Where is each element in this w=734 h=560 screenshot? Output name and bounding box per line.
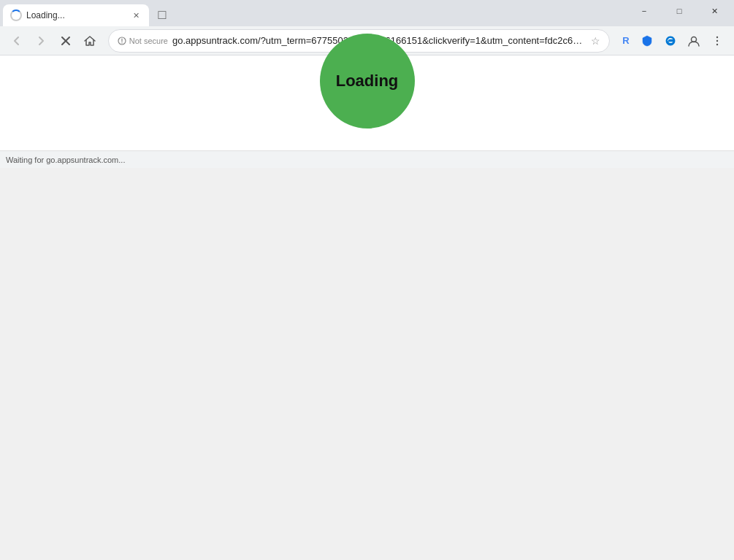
- active-tab[interactable]: Loading... ✕: [3, 4, 149, 26]
- loading-text: Loading: [336, 72, 399, 91]
- stop-icon: [61, 36, 71, 46]
- status-bar: Waiting for go.appsuntrack.com...: [0, 150, 734, 168]
- maximize-button[interactable]: □: [662, 0, 696, 22]
- title-bar: Loading... ✕ □ − □ ✕: [0, 0, 734, 26]
- back-button[interactable]: [6, 30, 27, 52]
- not-secure-icon: [118, 37, 126, 45]
- tab-loading-spinner: [10, 9, 22, 21]
- tab-close-button[interactable]: ✕: [130, 9, 142, 21]
- window-controls: − □ ✕: [627, 0, 731, 26]
- raptor-extension-button[interactable]: R: [617, 32, 635, 50]
- shield-extension-button[interactable]: [636, 30, 658, 52]
- tab-title: Loading...: [26, 10, 126, 20]
- account-icon: [687, 34, 700, 47]
- minimize-button[interactable]: −: [627, 0, 661, 22]
- edge-extension-icon: [665, 35, 676, 47]
- menu-icon: [711, 35, 723, 47]
- svg-point-7: [716, 39, 718, 41]
- bookmark-button[interactable]: ☆: [591, 35, 600, 47]
- shield-icon: [641, 35, 653, 47]
- menu-button[interactable]: [706, 30, 728, 52]
- raptor-icon: R: [622, 35, 629, 46]
- security-text: Not secure: [129, 37, 168, 45]
- forward-icon: [36, 36, 46, 46]
- svg-point-4: [121, 42, 122, 43]
- page-content: Loading: [0, 55, 734, 150]
- toolbar-actions: R: [617, 30, 728, 52]
- tab-strip: Loading... ✕ □: [3, 0, 627, 26]
- back-icon: [12, 36, 22, 46]
- forward-button[interactable]: [30, 30, 51, 52]
- loading-circle: Loading: [320, 34, 415, 129]
- home-button[interactable]: [79, 30, 100, 52]
- home-icon: [84, 35, 96, 47]
- account-button[interactable]: [683, 30, 705, 52]
- status-text: Waiting for go.appsuntrack.com...: [6, 156, 125, 164]
- stop-button[interactable]: [55, 30, 76, 52]
- svg-point-6: [716, 36, 718, 37]
- svg-point-8: [716, 43, 718, 45]
- edge-extension-button[interactable]: [660, 30, 681, 52]
- new-tab-button[interactable]: □: [152, 4, 172, 25]
- security-indicator: Not secure: [118, 37, 168, 45]
- close-button[interactable]: ✕: [697, 0, 731, 22]
